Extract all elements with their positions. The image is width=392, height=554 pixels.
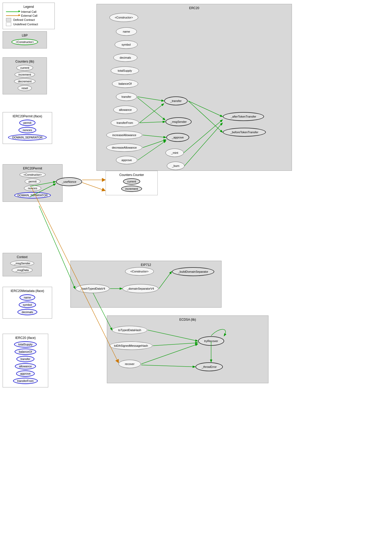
ierc20metadata-title: IERC20Metadata (iface) bbox=[5, 289, 50, 293]
erc20permit-permit-node[interactable]: permit bbox=[25, 179, 41, 184]
eip712-constructor-node[interactable]: <Constructor> bbox=[125, 267, 154, 276]
diagram-container: Legend Internal Call External Call Defin… bbox=[0, 0, 392, 554]
ierc20metadata-decimals-node[interactable]: decimals bbox=[17, 309, 37, 315]
erc20-mint-node[interactable]: _mint bbox=[166, 149, 184, 157]
undefined-contract-label: Undefined Contract bbox=[13, 23, 38, 26]
ierc20-title: IERC20 (iface) bbox=[5, 336, 46, 340]
erc20-decimals-node[interactable]: decimals bbox=[113, 53, 137, 62]
legend-external-call: External Call bbox=[6, 14, 51, 17]
ecdsa-toethsignedmessagehash-node[interactable]: toEthSignedMessageHash bbox=[109, 342, 152, 350]
erc20-msgsender-node[interactable]: _msgSender bbox=[166, 117, 192, 126]
erc20-transfer-node[interactable]: transfer bbox=[116, 93, 137, 101]
legend-undefined-contract: Undefined Contract bbox=[6, 22, 51, 26]
erc20-approve-node[interactable]: approve bbox=[116, 156, 137, 164]
erc20permit-box: ERC20Permit <Constructor> permit nonces … bbox=[3, 164, 63, 202]
ierc20-transfer-node[interactable]: transfer bbox=[16, 356, 34, 362]
legend-title: Legend bbox=[6, 5, 51, 9]
legend-box: Legend Internal Call External Call Defin… bbox=[3, 3, 55, 29]
erc20-constructor-node[interactable]: <Constructor> bbox=[109, 13, 138, 22]
erc20-decreaseallowance-node[interactable]: decreaseAllowance bbox=[106, 143, 142, 152]
defined-contract-rect bbox=[6, 18, 11, 22]
counters-counter-current-node[interactable]: current bbox=[123, 178, 140, 185]
ierc20permit-permit-node[interactable]: permit bbox=[19, 120, 36, 126]
counters-reset-node[interactable]: reset bbox=[18, 85, 32, 91]
undefined-contract-rect bbox=[6, 22, 11, 26]
ecdsa-recover-node[interactable]: recover bbox=[119, 360, 141, 368]
ierc20permit-domain-separator-node[interactable]: DOMAIN_SEPARATOR bbox=[8, 134, 47, 141]
legend-internal-call: Internal Call bbox=[6, 10, 51, 13]
ierc20-approve-node[interactable]: approve bbox=[16, 370, 35, 377]
counters-decrement-node[interactable]: decrement bbox=[14, 78, 35, 84]
ierc20permit-nonces-node[interactable]: nonces bbox=[19, 127, 36, 133]
internal-call-label: Internal Call bbox=[21, 10, 36, 13]
ierc20-balanceof-node[interactable]: balanceOf bbox=[15, 349, 36, 355]
use-nonce-node[interactable]: _useNonce bbox=[56, 177, 82, 186]
svg-line-17 bbox=[39, 206, 75, 289]
legend-defined-contract: Defined Contract bbox=[6, 18, 51, 22]
counters-counter-increment-node[interactable]: increment bbox=[121, 186, 142, 192]
external-call-line bbox=[6, 15, 19, 16]
ierc20-transferfrom-node[interactable]: transferFrom bbox=[13, 378, 38, 384]
ierc20-allowance-node[interactable]: allowance bbox=[15, 363, 36, 369]
external-call-label: External Call bbox=[21, 14, 37, 17]
lbp-constructor-node[interactable]: <Constructor> bbox=[11, 39, 38, 45]
counters-current-node[interactable]: current bbox=[16, 65, 33, 71]
ecdsa-totypeddatahash-node[interactable]: toTypedDataHash bbox=[112, 326, 147, 334]
svg-line-16 bbox=[82, 182, 104, 190]
context-msgdata-node[interactable]: _msgData bbox=[12, 267, 33, 273]
context-msgsender-node[interactable]: _msgSender bbox=[10, 260, 34, 266]
erc20-increaseallowance-node[interactable]: increaseAllowance bbox=[106, 131, 142, 139]
erc20-name-node[interactable]: name bbox=[116, 27, 137, 36]
ierc20metadata-name-node[interactable]: name bbox=[20, 294, 35, 301]
erc20-balanceof-node[interactable]: balanceOf bbox=[112, 80, 138, 88]
eip712-domainseparatorv4-node[interactable]: _domainSeparatorV4 bbox=[123, 284, 158, 293]
eip712-title: EIP712 bbox=[73, 263, 219, 267]
defined-contract-label: Defined Contract bbox=[13, 18, 35, 21]
lbp-title: LBP bbox=[5, 34, 45, 37]
ecdsa-throwerror-node[interactable]: _throwError bbox=[195, 362, 223, 371]
erc20-symbol-node[interactable]: symbol bbox=[115, 40, 138, 49]
erc20permit-domain-separator-node[interactable]: DOMAIN_SEPARATOR bbox=[14, 192, 51, 198]
erc20-after-token-transfer-node[interactable]: _afterTokenTransfer bbox=[223, 112, 264, 121]
erc20-before-token-transfer-node[interactable]: _beforeTokenTransfer bbox=[223, 128, 266, 137]
ierc20-box: IERC20 (iface) totalSupply balanceOf tra… bbox=[3, 334, 48, 387]
counters-counter-box: Counters.Counter current increment bbox=[106, 171, 158, 195]
erc20permit-constructor-node[interactable]: <Constructor> bbox=[20, 172, 46, 178]
ierc20metadata-box: IERC20Metadata (iface) name symbol decim… bbox=[3, 287, 52, 319]
erc20-internal-transfer-node[interactable]: _transfer bbox=[164, 96, 188, 105]
eip712-builddomainseparator-node[interactable]: _buildDomainSeparator bbox=[172, 267, 214, 276]
erc20-totalsupply-node[interactable]: totalSupply bbox=[111, 66, 139, 75]
ierc20permit-box: IERC20Permit (iface) permit nonces DOMAI… bbox=[3, 112, 52, 144]
eip712-hashtypeddatav4-node[interactable]: _hashTypedDataV4 bbox=[76, 284, 109, 293]
erc20permit-title: ERC20Permit bbox=[5, 167, 60, 170]
erc20-title: ERC20 bbox=[99, 6, 290, 10]
ierc20-totalsupply-node[interactable]: totalSupply bbox=[14, 341, 36, 348]
ierc20metadata-symbol-node[interactable]: symbol bbox=[19, 302, 36, 308]
lbp-box: LBP <Constructor> bbox=[3, 31, 47, 48]
erc20-allowance-node[interactable]: allowance bbox=[113, 106, 137, 114]
erc20-transferfrom-node[interactable]: transferFrom bbox=[111, 119, 139, 127]
counters-lib-box: Counters (lib) current increment decreme… bbox=[3, 57, 47, 94]
ecdsa-tryrecover-node[interactable]: tryRecover bbox=[198, 336, 224, 346]
ecdsa-title: ECDSA (lib) bbox=[109, 318, 266, 321]
erc20permit-nonces-node[interactable]: nonces bbox=[24, 185, 41, 191]
context-title: Context bbox=[5, 255, 39, 259]
lbp-constructor-container: <Constructor> bbox=[5, 39, 45, 45]
internal-call-line bbox=[6, 11, 19, 12]
ierc20permit-title: IERC20Permit (iface) bbox=[5, 114, 50, 118]
context-box: Context _msgSender _msgData bbox=[3, 253, 42, 276]
counters-increment-node[interactable]: increment bbox=[15, 72, 35, 77]
erc20-approve-internal-node[interactable]: _approve bbox=[166, 133, 189, 142]
counters-lib-title: Counters (lib) bbox=[5, 60, 45, 63]
erc20-burn-node[interactable]: _burn bbox=[167, 162, 185, 170]
counters-counter-title: Counters.Counter bbox=[108, 173, 155, 177]
